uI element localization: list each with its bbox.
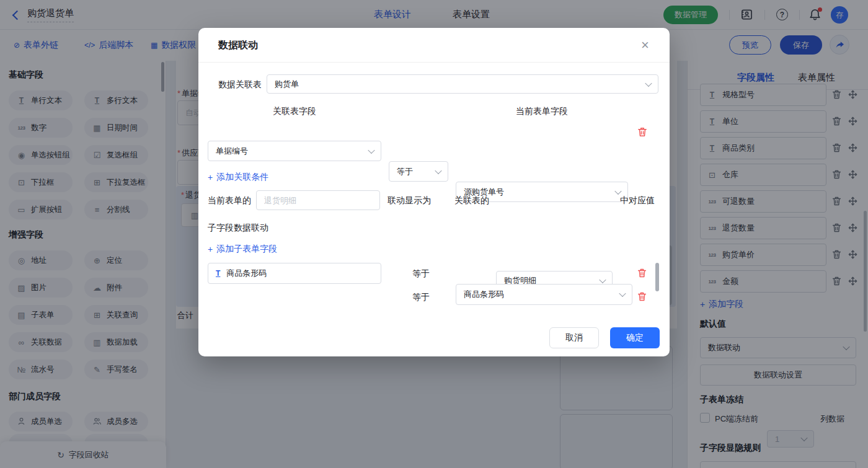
subfield-section-label: 子字段数据联动 [208,223,268,234]
condition-field-select[interactable]: 单据编号 [208,141,381,161]
plus-icon: + [208,244,213,254]
plus-icon: + [208,172,213,182]
subfield-right-select[interactable]: 商品条形码 [456,284,632,305]
equals-label: 等于 [412,268,430,280]
equals-label: 等于 [412,292,430,303]
add-subfield-button[interactable]: +添加子表单字段 [208,244,277,255]
chevron-down-icon [614,187,621,194]
cancel-button[interactable]: 取消 [549,327,599,348]
trash-icon [637,291,647,302]
corresponding-value-label: 中对应值 [620,195,655,206]
delete-subfield-button[interactable] [637,291,647,304]
relation-table-select[interactable]: 购货单 [267,74,658,94]
chevron-down-icon [368,146,374,153]
column-header-left: 关联表字段 [208,106,381,117]
condition-operator-select[interactable]: 等于 [389,161,448,182]
chevron-down-icon [435,167,441,174]
delete-subfield-button[interactable] [637,268,647,281]
display-middle-label: 联动显示为 [388,195,431,206]
delete-condition-button[interactable] [637,126,648,140]
subfield-left-box[interactable]: T商品条形码 [208,263,381,284]
close-icon[interactable]: × [641,38,649,52]
subfield-rows-viewport: T商品条形码 等于 商品条形码 T商品 等于 商品 [198,258,670,314]
chevron-down-icon [645,79,652,86]
display-field-input[interactable] [256,190,380,210]
chevron-down-icon [619,290,626,297]
app-window: 购货退货单 表单设计 表单设置 数据管理 ? 存 ⊘ 表单外链 </> 后端脚本… [0,0,868,468]
display-prefix-label: 当前表单的 [208,195,251,206]
text-icon: T [216,269,220,278]
trash-icon [637,126,648,138]
divider [198,62,670,63]
relation-table-label: 数据关联表 [218,79,262,91]
column-header-right: 当前表单字段 [456,106,628,117]
add-condition-button[interactable]: +添加关联条件 [208,172,268,183]
confirm-button[interactable]: 确定 [610,327,660,348]
modal-title: 数据联动 [218,39,258,52]
trash-icon [637,268,647,278]
modal-scrollbar[interactable] [655,263,659,291]
data-linkage-modal: 数据联动 × 数据关联表 购货单 关联表字段 当前表单字段 单据编号 等于 源购… [198,28,670,356]
relation-of-label: 关联表的 [454,195,489,206]
